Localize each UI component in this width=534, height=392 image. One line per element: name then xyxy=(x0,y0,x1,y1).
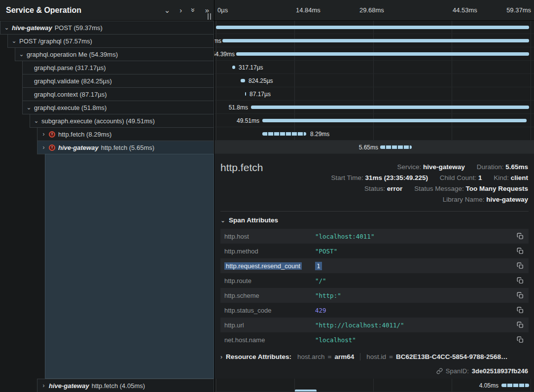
span-row-graphql-execute[interactable]: ⌄ graphql.execute (51.8ms) xyxy=(22,101,214,114)
double-chevron-down-icon[interactable]: » xyxy=(190,8,197,12)
chevron-down-icon[interactable]: ⌄ xyxy=(3,24,10,31)
attr-row: http.url "http://localhost:4011/" xyxy=(220,318,529,332)
span-label: graphql.parse (317.17µs) xyxy=(34,64,106,71)
span-row-http-fetch-5ms-selected[interactable]: › ! hive-gateway http.fetch (5.65ms) xyxy=(37,141,214,154)
span-label: http.fetch (5.65ms) xyxy=(101,144,154,151)
divider xyxy=(360,353,360,360)
span-id-label: SpanID: xyxy=(446,367,469,375)
attr-row: net.host.name "localhost" xyxy=(220,332,529,347)
copy-icon[interactable] xyxy=(517,321,524,328)
attr-value: 429 xyxy=(315,307,326,314)
span-bar[interactable] xyxy=(251,106,529,109)
span-title: http.fetch xyxy=(220,162,263,174)
copy-icon[interactable] xyxy=(517,292,524,299)
chevron-down-icon[interactable]: ⌄ xyxy=(164,6,171,14)
span-bar[interactable] xyxy=(216,26,529,29)
duration-label: 4.05ms xyxy=(479,382,498,389)
attr-value: "/" xyxy=(315,277,326,285)
chevron-down-icon[interactable]: ⌄ xyxy=(18,51,25,58)
chevron-down-icon[interactable]: ⌄ xyxy=(33,117,39,124)
partial-bar[interactable] xyxy=(295,390,317,392)
attr-key: http.host xyxy=(224,233,315,240)
span-bar[interactable] xyxy=(241,79,245,82)
double-chevron-right-icon[interactable]: » xyxy=(205,6,209,14)
meta-value: hive-gateway xyxy=(423,163,465,171)
span-bar[interactable] xyxy=(501,384,529,387)
copy-icon[interactable] xyxy=(517,307,524,314)
copy-icon[interactable] xyxy=(517,248,524,254)
chevron-down-icon[interactable]: ⌄ xyxy=(11,37,17,44)
duration-label: 54.39ms xyxy=(214,51,235,58)
meta-value: 1 xyxy=(478,174,482,181)
ruler-tick: 29.68ms xyxy=(359,6,384,14)
chevron-right-icon[interactable]: › xyxy=(40,131,47,138)
attr-value: "localhost:4011" xyxy=(315,233,374,240)
span-bar[interactable] xyxy=(262,119,527,122)
meta-label: Status Message: xyxy=(414,185,464,192)
ruler-tick: 59.37ms xyxy=(506,6,531,14)
span-bar[interactable] xyxy=(236,52,529,56)
duration-label: 5.65ms xyxy=(359,144,378,151)
attr-table: http.host "localhost:4011" http.method "… xyxy=(220,229,529,347)
panel-title: Service & Operation xyxy=(6,6,155,15)
panel-resize-handle[interactable] xyxy=(208,13,211,20)
copy-icon[interactable] xyxy=(517,336,524,343)
span-row-http-fetch-8ms[interactable]: › ! http.fetch (8.29ms) xyxy=(37,127,214,141)
attr-value: "http:" xyxy=(315,292,341,299)
meta-label: Service: xyxy=(397,163,422,171)
meta-value: 5.65ms xyxy=(505,163,528,171)
attr-value: "localhost" xyxy=(315,336,356,344)
attr-row: http.route "/" xyxy=(220,273,529,288)
meta-value: Too Many Requests xyxy=(465,185,528,192)
meta-value: hive-gateway xyxy=(486,196,528,203)
span-row-graphql-operation[interactable]: ⌄ graphql.operation Me (54.39ms) xyxy=(15,47,214,61)
meta-label: Duration: xyxy=(477,163,504,171)
meta-label: Kind: xyxy=(494,174,509,181)
span-row-post-graphql[interactable]: ⌄ POST /graphql (57.57ms) xyxy=(7,34,214,48)
span-row-http-fetch-4ms[interactable]: › hive-gateway http.fetch (4.05ms) xyxy=(37,379,214,392)
span-bar[interactable] xyxy=(222,39,529,42)
link-icon[interactable] xyxy=(436,368,443,374)
span-bar[interactable] xyxy=(380,145,412,149)
span-row-graphql-validate[interactable]: graphql.validate (824.25µs) xyxy=(22,74,214,88)
attr-key: http.status_code xyxy=(224,307,315,314)
chevron-down-icon: ⌄ xyxy=(220,217,225,224)
timeline-panel: 0µs 14.84ms 29.68ms 44.53ms 59.37ms 57.5… xyxy=(214,0,534,392)
resource-value: arm64 xyxy=(334,353,354,360)
duration-label: 57.57ms xyxy=(214,37,221,44)
chevron-right-icon[interactable]: › xyxy=(179,6,182,14)
section-heading: Span Attributes xyxy=(229,216,278,224)
chevron-right-icon[interactable]: › xyxy=(40,144,47,151)
selected-span-subtree-area xyxy=(45,154,214,379)
span-row-graphql-parse[interactable]: graphql.parse (317.17µs) xyxy=(22,61,214,74)
trace-viewer: Service & Operation ⌄ › » » ⌄ hive-gatew… xyxy=(0,0,534,392)
span-row-subgraph-execute[interactable]: ⌄ subgraph.execute (accounts) (49.51ms) xyxy=(30,114,214,128)
timeline-row: 8.29ms xyxy=(214,127,534,141)
span-detail-panel: http.fetch Service: hive-gateway Duratio… xyxy=(214,154,534,379)
span-bar[interactable] xyxy=(232,66,235,69)
attr-key: http.method xyxy=(224,248,315,255)
span-label: graphql.context (87.17µs) xyxy=(34,91,107,98)
duration-label: 51.8ms xyxy=(229,104,248,111)
resource-attributes-toggle[interactable]: › Resource Attributes: host.arch = arm64… xyxy=(220,353,529,360)
chevron-right-icon[interactable]: › xyxy=(40,382,47,389)
span-label: http.fetch (4.05ms) xyxy=(92,382,145,390)
timeline-row xyxy=(214,21,534,34)
copy-icon[interactable] xyxy=(517,277,524,284)
attr-key: http.request.resend_count xyxy=(224,262,302,270)
copy-icon[interactable] xyxy=(517,233,524,240)
span-bar[interactable] xyxy=(262,132,306,136)
tree-header: Service & Operation ⌄ › » » xyxy=(0,0,214,21)
span-label: POST (59.37ms) xyxy=(55,24,103,32)
span-bar[interactable] xyxy=(245,92,246,96)
timeline-row: 54.39ms xyxy=(214,47,534,61)
chevron-down-icon[interactable]: ⌄ xyxy=(26,104,32,111)
duration-label: 824.25µs xyxy=(249,77,273,84)
ruler-tick: 44.53ms xyxy=(453,6,477,14)
chevron-right-icon: › xyxy=(220,354,222,360)
span-row-hive-gateway-post[interactable]: ⌄ hive-gateway POST (59.37ms) xyxy=(0,21,214,35)
span-row-graphql-context[interactable]: graphql.context (87.17µs) xyxy=(22,87,214,101)
section-heading: Resource Attributes: xyxy=(226,353,291,360)
span-attributes-toggle[interactable]: ⌄Span Attributes xyxy=(220,216,278,224)
copy-icon[interactable] xyxy=(517,262,524,269)
